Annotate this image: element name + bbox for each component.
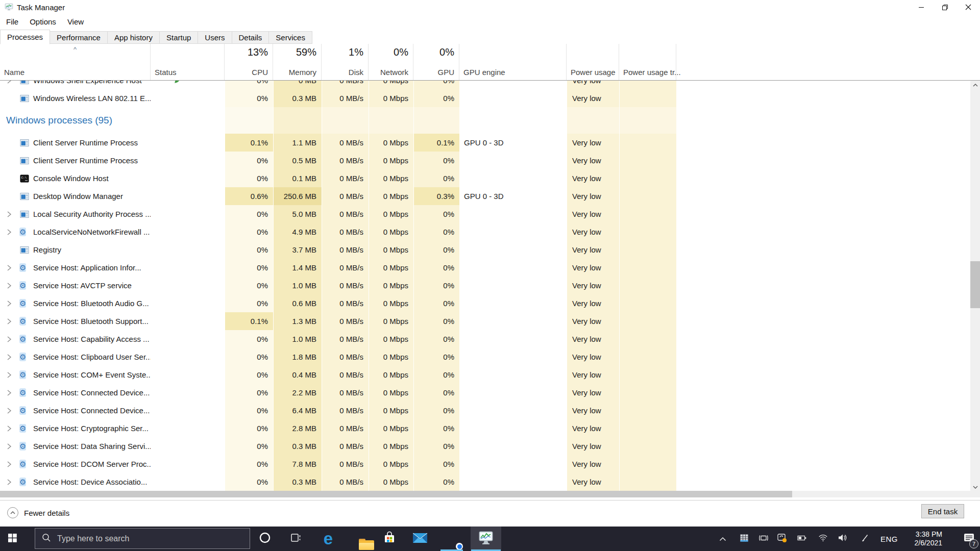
- tab-startup[interactable]: Startup: [160, 31, 198, 44]
- disk-cell[interactable]: 0 MB/s: [322, 402, 369, 419]
- memory-cell[interactable]: 1.8 MB: [273, 348, 322, 366]
- gpu-engine-cell[interactable]: [459, 223, 567, 241]
- scroll-up-arrow-icon[interactable]: [970, 81, 980, 89]
- cpu-cell[interactable]: 0%: [225, 419, 273, 437]
- disk-cell[interactable]: 0 MB/s: [322, 277, 369, 294]
- taskbar-app-store[interactable]: [374, 527, 405, 551]
- memory-cell[interactable]: 1.0 MB: [273, 277, 322, 294]
- expand-chevron-icon[interactable]: [6, 264, 12, 271]
- power-usage-cell[interactable]: Very low: [567, 455, 619, 473]
- memory-cell[interactable]: 0.5 MB: [273, 152, 322, 169]
- network-cell[interactable]: 0 Mbps: [369, 81, 413, 89]
- cpu-cell[interactable]: 0%: [225, 277, 273, 294]
- status-cell[interactable]: [151, 437, 225, 455]
- network-cell[interactable]: 0 Mbps: [369, 205, 413, 223]
- gpu-cell[interactable]: 0%: [413, 402, 459, 419]
- disk-cell[interactable]: [322, 107, 369, 134]
- network-cell[interactable]: 0 Mbps: [369, 223, 413, 241]
- network-cell[interactable]: 0 Mbps: [369, 348, 413, 366]
- expand-chevron-icon[interactable]: [6, 425, 12, 432]
- memory-cell[interactable]: 1.3 MB: [273, 312, 322, 330]
- network-cell[interactable]: 0 Mbps: [369, 152, 413, 169]
- column-header-name[interactable]: ^Name: [0, 44, 151, 80]
- gpu-engine-cell[interactable]: [459, 455, 567, 473]
- network-cell[interactable]: 0 Mbps: [369, 455, 413, 473]
- memory-cell[interactable]: 0.3 MB: [273, 89, 322, 107]
- power-usage-trend-cell[interactable]: [619, 134, 676, 152]
- tab-processes[interactable]: Processes: [0, 30, 50, 44]
- power-usage-trend-cell[interactable]: [619, 89, 676, 107]
- power-usage-trend-cell[interactable]: [619, 81, 676, 89]
- gpu-cell[interactable]: 0%: [413, 437, 459, 455]
- cpu-cell[interactable]: 0%: [225, 152, 273, 169]
- process-row[interactable]: ⚙Service Host: Capability Access ...0%1.…: [0, 330, 980, 348]
- power-usage-cell[interactable]: Very low: [567, 384, 619, 402]
- cpu-cell[interactable]: 0%: [225, 473, 273, 491]
- gpu-engine-cell[interactable]: [459, 366, 567, 384]
- fewer-details-toggle[interactable]: Fewer details: [7, 507, 69, 518]
- column-header-power-usage[interactable]: Power usage: [567, 44, 619, 80]
- power-usage-cell[interactable]: Very low: [567, 134, 619, 152]
- status-cell[interactable]: [151, 473, 225, 491]
- power-usage-trend-cell[interactable]: [619, 277, 676, 294]
- status-cell[interactable]: [151, 187, 225, 205]
- power-usage-cell[interactable]: Very low: [567, 223, 619, 241]
- process-row[interactable]: Client Server Runtime Process0.1%1.1 MB0…: [0, 134, 980, 152]
- power-usage-cell[interactable]: Very low: [567, 330, 619, 348]
- expand-chevron-icon[interactable]: [6, 211, 12, 218]
- status-cell[interactable]: [151, 419, 225, 437]
- process-row[interactable]: ⚙Service Host: Clipboard User Ser...0%1.…: [0, 348, 980, 366]
- power-usage-cell[interactable]: Very low: [567, 437, 619, 455]
- network-cell[interactable]: 0 Mbps: [369, 259, 413, 277]
- power-usage-trend-cell[interactable]: [619, 152, 676, 169]
- status-cell[interactable]: [151, 348, 225, 366]
- power-usage-trend-cell[interactable]: [619, 312, 676, 330]
- gpu-cell[interactable]: 0%: [413, 473, 459, 491]
- memory-cell[interactable]: 0.3 MB: [273, 437, 322, 455]
- status-cell[interactable]: [151, 223, 225, 241]
- status-cell[interactable]: [151, 169, 225, 187]
- process-row[interactable]: Windows Shell Experience Host0%0 MB0 MB/…: [0, 81, 980, 89]
- power-usage-cell[interactable]: Very low: [567, 348, 619, 366]
- network-cell[interactable]: 0 Mbps: [369, 437, 413, 455]
- cpu-cell[interactable]: 0%: [225, 294, 273, 312]
- network-cell[interactable]: 0 Mbps: [369, 473, 413, 491]
- gpu-cell[interactable]: 0%: [413, 223, 459, 241]
- scroll-down-arrow-icon[interactable]: [970, 483, 980, 491]
- gpu-engine-cell[interactable]: [459, 437, 567, 455]
- expand-chevron-icon[interactable]: [6, 318, 12, 325]
- process-row[interactable]: ⚙Service Host: COM+ Event Syste...0%0.4 …: [0, 366, 980, 384]
- taskbar-app-file-explorer[interactable]: [344, 527, 374, 551]
- network-cell[interactable]: 0 Mbps: [369, 277, 413, 294]
- process-name-cell[interactable]: ⚙LocalServiceNoNetworkFirewall ...: [0, 223, 151, 241]
- gpu-cell[interactable]: 0%: [413, 152, 459, 169]
- column-header-disk[interactable]: 1%Disk: [322, 44, 369, 80]
- gpu-engine-cell[interactable]: GPU 0 - 3D: [459, 134, 567, 152]
- process-row[interactable]: C:\Console Window Host0%0.1 MB0 MB/s0 Mb…: [0, 169, 980, 187]
- vertical-scroll-thumb[interactable]: [970, 261, 980, 308]
- tab-services[interactable]: Services: [269, 31, 312, 44]
- process-name-cell[interactable]: Client Server Runtime Process: [0, 134, 151, 152]
- process-name-cell[interactable]: ⚙Service Host: Data Sharing Servi...: [0, 437, 151, 455]
- tray-volume[interactable]: [833, 527, 852, 551]
- memory-cell[interactable]: 4.9 MB: [273, 223, 322, 241]
- power-usage-cell[interactable]: Very low: [567, 473, 619, 491]
- horizontal-scroll-thumb[interactable]: [0, 491, 792, 497]
- gpu-cell[interactable]: 0%: [413, 277, 459, 294]
- memory-cell[interactable]: 3.7 MB: [273, 241, 322, 259]
- network-cell[interactable]: 0 Mbps: [369, 384, 413, 402]
- network-cell[interactable]: 0 Mbps: [369, 419, 413, 437]
- gpu-engine-cell[interactable]: GPU 0 - 3D: [459, 187, 567, 205]
- gpu-engine-cell[interactable]: [459, 241, 567, 259]
- power-usage-trend-cell[interactable]: [619, 419, 676, 437]
- memory-cell[interactable]: 1.1 MB: [273, 134, 322, 152]
- gpu-cell[interactable]: 0%: [413, 259, 459, 277]
- gpu-engine-cell[interactable]: [459, 312, 567, 330]
- gpu-cell[interactable]: 0%: [413, 294, 459, 312]
- status-cell[interactable]: [151, 384, 225, 402]
- process-row[interactable]: ⚙Service Host: DCOM Server Proc...0%7.8 …: [0, 455, 980, 473]
- power-usage-trend-cell[interactable]: [619, 205, 676, 223]
- status-cell[interactable]: [151, 366, 225, 384]
- tray-display-device[interactable]: [754, 527, 773, 551]
- power-usage-trend-cell[interactable]: [619, 384, 676, 402]
